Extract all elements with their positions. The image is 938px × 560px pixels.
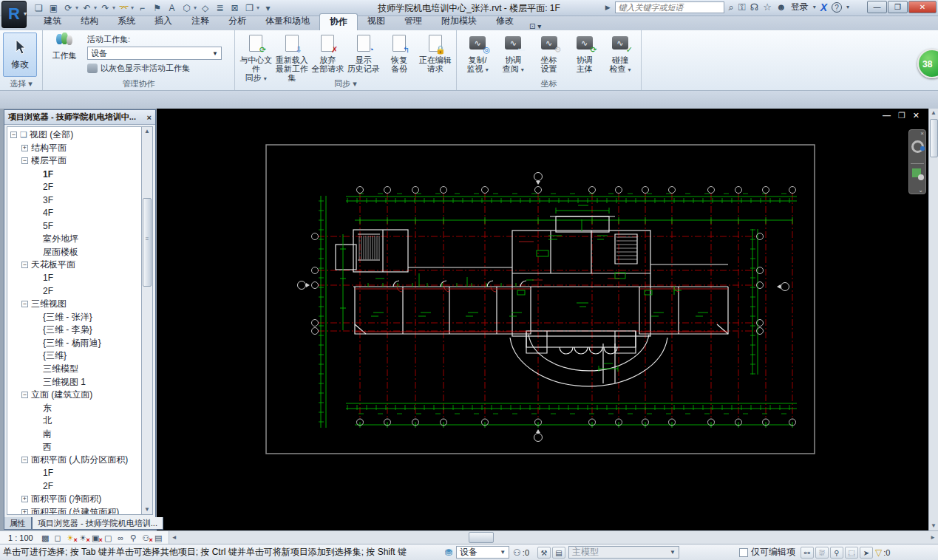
drawing-canvas[interactable]: — ❐ ✕ × ⌄ (157, 109, 928, 530)
tree-item-室外地坪[interactable]: 室外地坪 (7, 233, 141, 246)
redo-icon-dropdown[interactable]: ▾ (112, 4, 115, 11)
default-3d-view-icon-dropdown[interactable]: ▾ (194, 4, 197, 11)
panel-display-toggle-icon[interactable]: ⊡ ▾ (529, 22, 541, 30)
tree-item-{三维}[interactable]: {三维} (7, 349, 141, 363)
tree-expander-icon[interactable]: − (10, 132, 17, 138)
communication-center-icon[interactable]: ☊ (750, 1, 759, 13)
view-scale-button[interactable]: 1 : 100 (4, 533, 37, 543)
project-browser-scrollbar-thumb[interactable] (143, 198, 152, 287)
crop-region[interactable] (266, 145, 815, 454)
tree-expander-icon[interactable]: − (21, 262, 28, 268)
show-crop-region-icon[interactable]: ▢ (103, 533, 114, 543)
undo-icon[interactable]: ↶ (81, 2, 93, 14)
save-icon[interactable]: ▣ (47, 2, 60, 14)
tree-item-三维视图 1[interactable]: 三维视图 1 (7, 375, 141, 389)
tree-item-2F[interactable]: 2F (7, 180, 141, 194)
horizontal-scrollbar[interactable]: ◄ ► (169, 531, 938, 544)
tree-expander-icon[interactable]: − (21, 157, 28, 164)
navbar-dropdown-icon[interactable]: ⌄ (918, 187, 923, 194)
active-workset-select[interactable]: 设备 ▼ (87, 47, 222, 60)
section-icon[interactable]: ◇ (199, 2, 211, 14)
tree-item-结构平面[interactable]: +结构平面 (7, 142, 141, 155)
maximize-button[interactable]: ❐ (888, 1, 908, 13)
default-3d-view-icon[interactable]: ⬡ (180, 2, 193, 14)
select-underlay-icon[interactable]: ⛆ (815, 547, 829, 559)
tree-item-天花板平面[interactable]: −天花板平面 (7, 259, 141, 272)
tree-item-2F[interactable]: 2F (7, 284, 141, 298)
ribbon-tab-视图[interactable]: 视图 (358, 13, 395, 30)
tree-item-{三维 - 李枭}[interactable]: {三维 - 李枭} (7, 324, 141, 337)
application-menu-button[interactable]: R▾ (1, 1, 27, 28)
tree-item-屋面楼板[interactable]: 屋面楼板 (7, 245, 141, 259)
subscription-key-icon[interactable]: ⚿ (738, 1, 746, 13)
ribbon-tab-结构[interactable]: 结构 (71, 13, 108, 30)
tree-expander-icon[interactable]: − (21, 457, 28, 463)
ribbon-tab-插入[interactable]: 插入 (145, 13, 182, 30)
visual-style-icon[interactable]: ◻ (52, 533, 64, 543)
exchange-apps-icon[interactable]: X (820, 1, 827, 13)
tree-item-立面 (建筑立面)[interactable]: −立面 (建筑立面) (7, 389, 141, 402)
tree-item-1F[interactable]: 1F (7, 272, 141, 285)
infocenter-collapse-icon[interactable]: ▶ (605, 4, 611, 11)
sync-with-central-icon[interactable]: ⟳ (62, 2, 75, 14)
coordination-host-button[interactable]: ∿⟳协调主体 (567, 33, 602, 73)
worksets-dialog-icon[interactable]: ⚒ (537, 547, 551, 559)
zoom-tool-icon[interactable] (912, 168, 921, 177)
restore-backup-button[interactable]: ↰恢复备份 (381, 33, 418, 73)
worksets-button[interactable]: 工作集 (46, 33, 83, 78)
thin-lines-icon[interactable]: ≣ (214, 2, 226, 14)
temporary-hide-isolate-icon[interactable]: ∞ (115, 533, 126, 543)
show-history-button[interactable]: ◔显示历史记录 (346, 33, 382, 73)
signin-dropdown-icon[interactable]: ▾ (813, 4, 816, 10)
vertical-scrollbar-thumb[interactable] (930, 119, 938, 157)
minimize-button[interactable]: — (867, 1, 887, 13)
reveal-hidden-elements-icon[interactable]: ⚲ (128, 533, 139, 543)
hscroll-right-arrow[interactable]: ► (928, 531, 938, 544)
worksharing-display-icon[interactable]: ⚇ (140, 533, 152, 543)
ribbon-tab-系统[interactable]: 系统 (108, 13, 145, 30)
aligned-dimension-icon[interactable]: ⌐ (136, 2, 149, 14)
view-close-icon[interactable]: ✕ (913, 111, 920, 120)
shadows-icon[interactable]: ☀ (78, 533, 89, 543)
help-icon[interactable]: ? (832, 2, 842, 13)
help-dropdown-icon[interactable]: ▾ (846, 4, 849, 10)
tree-expander-icon[interactable]: − (21, 301, 28, 307)
switch-windows-icon-dropdown[interactable]: ▾ (256, 4, 259, 11)
vertical-scrollbar[interactable]: ▲ ▼ (928, 109, 938, 530)
tree-expander-icon[interactable]: + (21, 509, 28, 515)
navbar-close-icon[interactable]: × (920, 130, 924, 137)
north-elevation-marker[interactable] (534, 173, 543, 185)
steering-wheel-icon[interactable] (911, 140, 924, 153)
tree-item-西[interactable]: 西 (7, 440, 141, 454)
signin-label[interactable]: 登录 (791, 1, 809, 13)
tree-item-南[interactable]: 南 (7, 428, 141, 441)
ribbon-tab-建筑[interactable]: 建筑 (34, 13, 71, 30)
tree-expander-icon[interactable]: − (21, 392, 28, 398)
tree-item-楼层平面[interactable]: −楼层平面 (7, 154, 141, 168)
ribbon-tab-修改[interactable]: 修改 (486, 13, 523, 30)
tree-expander-icon[interactable]: + (21, 145, 28, 151)
editable-only-checkbox[interactable]: 仅可编辑项 (739, 546, 795, 559)
tree-item-三维视图[interactable]: −三维视图 (7, 298, 141, 311)
dock-tab-project-browser[interactable]: 项目浏览器 - 技师学院机电培训... (32, 517, 163, 530)
interference-check-button[interactable]: ∿✓碰撞检查 ▾ (602, 33, 638, 75)
redo-icon[interactable]: ↷ (99, 2, 112, 14)
editing-requests-button[interactable]: 🔒正在编辑请求 (418, 33, 454, 73)
copy-monitor-button[interactable]: ∿◎复制/监视 ▾ (460, 33, 495, 75)
tree-item-东[interactable]: 东 (7, 401, 141, 414)
tag-by-category-icon[interactable]: ⚑ (151, 2, 163, 14)
west-elevation-marker[interactable] (298, 281, 310, 290)
drag-on-selection-icon[interactable]: ➤ (860, 547, 873, 559)
relinquish-all-button[interactable]: ✗放弃全部请求 (310, 33, 346, 73)
horizontal-scrollbar-thumb[interactable] (469, 532, 494, 543)
east-elevation-marker[interactable] (777, 283, 789, 291)
signin-user-icon[interactable]: ☻ (776, 1, 786, 13)
crop-view-icon[interactable]: ▣ (90, 533, 101, 543)
sync-with-central-button[interactable]: ⟳与中心文件同步 ▾ (238, 33, 274, 83)
temporary-view-properties-icon[interactable]: ▤ (153, 533, 164, 543)
tree-item-1F[interactable]: 1F (7, 168, 141, 181)
measure-icon-dropdown[interactable]: ▾ (131, 4, 134, 11)
active-workset-dropdown[interactable]: 设备 ▼ (456, 546, 509, 559)
navigation-bar[interactable]: × ⌄ (908, 129, 926, 194)
coordination-settings-button[interactable]: ∿⚙坐标设置 (531, 33, 566, 73)
